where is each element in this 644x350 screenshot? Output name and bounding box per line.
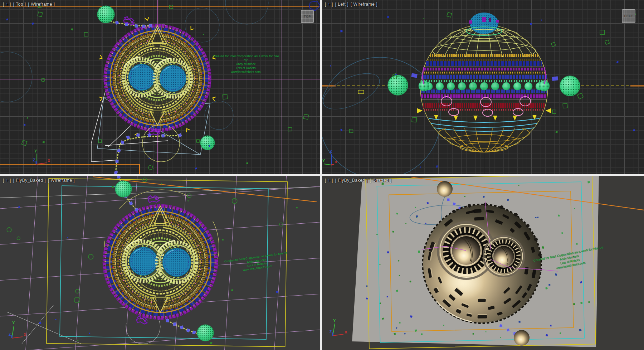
satellite-connector [411, 73, 417, 78]
model-sphere-camera-view[interactable] [103, 205, 218, 319]
svg-text:Y: Y [34, 149, 37, 153]
viewport-menu-general[interactable]: [ + ] [325, 178, 333, 183]
svg-text:Y: Y [333, 319, 336, 323]
viewport-menu-pov[interactable]: [ FlyBy_Baked ] [335, 178, 368, 183]
model-sphere-top-view[interactable] [104, 25, 211, 131]
svg-text:Z: Z [9, 332, 11, 336]
quad-viewport-stage: Y X Z [ + ] [ Top ] [ Wireframe ] TOP Cr… [0, 0, 644, 350]
small-shaded-sphere[interactable] [437, 181, 453, 197]
svg-text:X: X [24, 332, 26, 337]
watermark-text: Created for Intel Corporation as a work … [212, 54, 280, 74]
viewcube-left[interactable]: LEFT [622, 9, 635, 23]
viewport-top[interactable]: Y X Z [ + ] [ Top ] [ Wireframe ] TOP Cr… [0, 0, 320, 174]
scene-canvas-top[interactable]: Y X Z [0, 0, 320, 174]
satellite-sphere[interactable] [388, 75, 408, 95]
scene-canvas-left[interactable]: Z Y X [322, 0, 644, 174]
viewport-menu-general[interactable]: [ + ] [325, 2, 333, 7]
viewport-menu-pov[interactable]: [ Top ] [13, 2, 26, 7]
scene-canvas-flyby-shaded[interactable]: Y X Z [322, 176, 644, 350]
svg-text:Z: Z [330, 149, 332, 154]
svg-text:X: X [48, 159, 50, 163]
viewport-flyby-wireframe[interactable]: Y X Z [ + ] [ FlyBy_Baked ] [ Wireframe … [0, 176, 320, 350]
viewport-menu-shading[interactable]: [ Shaded ] [370, 178, 391, 183]
viewport-menu-shading[interactable]: [ Wireframe ] [48, 178, 75, 183]
svg-text:X: X [335, 160, 337, 164]
axis-tripod: Y X Z [330, 319, 347, 336]
viewport-splitter-horizontal[interactable] [0, 174, 644, 176]
svg-text:Z: Z [33, 158, 35, 162]
satellite-sphere[interactable] [97, 6, 114, 23]
viewport-label-top[interactable]: [ + ] [ Top ] [ Wireframe ] [3, 2, 56, 7]
viewcube-face-label[interactable]: TOP [304, 15, 311, 18]
satellite-sphere[interactable] [197, 325, 214, 341]
viewcube-face-label[interactable]: LEFT [624, 14, 633, 18]
viewport-menu-shading[interactable]: [ Wireframe ] [351, 2, 377, 7]
viewport-menu-general[interactable]: [ + ] [3, 2, 11, 7]
viewport-label-left[interactable]: [ + ] [ Left ] [ Wireframe ] [325, 2, 378, 7]
axis-tripod: Y X Z [33, 149, 50, 164]
viewport-menu-pov[interactable]: [ Left ] [335, 2, 348, 7]
svg-text:Y: Y [12, 321, 15, 325]
blue-spline-shape [309, 1, 320, 11]
viewport-menu-general[interactable]: [ + ] [3, 178, 11, 183]
axis-tripod: Y X Z [9, 321, 26, 338]
svg-text:X: X [345, 330, 347, 334]
viewport-flyby-shaded[interactable]: Y X Z [ + ] [ FlyBy_Baked ] [ Shaded ] C… [322, 176, 644, 350]
viewcube-top[interactable]: TOP [301, 10, 314, 23]
right-eye-port [483, 236, 524, 277]
model-sphere-left-view[interactable] [388, 13, 580, 152]
viewport-menu-shading[interactable]: [ Wireframe ] [28, 2, 55, 7]
satellite-sphere[interactable] [560, 76, 580, 96]
axis-tripod: Z Y X [322, 149, 337, 165]
viewport-left[interactable]: Z Y X [ + ] [ Left ] [ Wireframe ] LEFT [322, 0, 644, 174]
svg-text:Z: Z [330, 330, 332, 334]
viewport-label-flyby-wireframe[interactable]: [ + ] [ FlyBy_Baked ] [ Wireframe ] [3, 178, 75, 183]
satellite-sphere[interactable] [200, 136, 215, 150]
viewport-label-flyby-shaded[interactable]: [ + ] [ FlyBy_Baked ] [ Shaded ] [325, 178, 392, 183]
satellite-sphere[interactable] [115, 181, 132, 197]
small-shaded-sphere[interactable] [514, 330, 530, 346]
viewport-menu-pov[interactable]: [ FlyBy_Baked ] [13, 178, 46, 183]
svg-text:Y: Y [322, 159, 325, 163]
